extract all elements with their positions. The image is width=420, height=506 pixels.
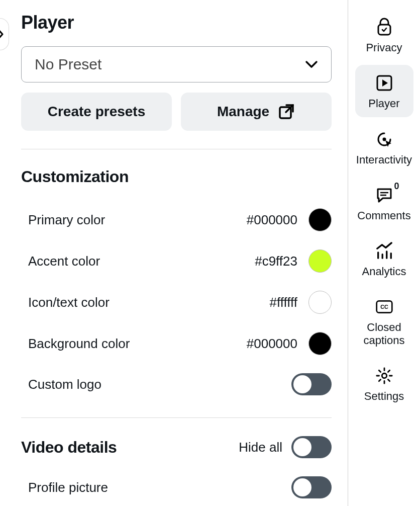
toggle-knob: [293, 375, 311, 393]
chevron-down-icon: [305, 60, 318, 68]
icontext-color-swatch[interactable]: [308, 291, 332, 314]
svg-line-19: [379, 370, 380, 372]
preset-select[interactable]: No Preset: [21, 46, 332, 82]
page-title: Player: [21, 12, 332, 33]
rail-label: Privacy: [366, 41, 402, 54]
play-box-icon: [375, 74, 393, 92]
divider: [21, 417, 332, 418]
custom-logo-label: Custom logo: [28, 377, 101, 392]
custom-logo-toggle[interactable]: [291, 373, 332, 395]
rail-item-comments[interactable]: 0 Comments: [351, 177, 417, 229]
video-details-header: Video details Hide all: [21, 436, 332, 458]
create-presets-button[interactable]: Create presets: [21, 93, 172, 131]
primary-color-swatch[interactable]: [308, 208, 332, 231]
cursor-target-icon: [375, 130, 393, 148]
hide-all-label: Hide all: [239, 440, 282, 455]
toggle-knob: [293, 478, 311, 496]
hide-all-toggle[interactable]: [291, 436, 332, 458]
primary-color-hex: #000000: [247, 212, 297, 228]
hide-all-group: Hide all: [239, 436, 332, 458]
rail-label: Interactivity: [356, 153, 412, 166]
icontext-color-label: Icon/text color: [28, 295, 110, 310]
rail-label: Comments: [357, 209, 410, 222]
rail-item-settings[interactable]: Settings: [355, 358, 413, 409]
primary-color-row: Primary color #000000: [21, 199, 332, 240]
svg-line-20: [388, 379, 389, 381]
accent-color-label: Accent color: [28, 254, 100, 269]
profile-picture-label: Profile picture: [28, 480, 108, 495]
accent-color-row: Accent color #c9ff23: [21, 240, 332, 282]
manage-presets-button[interactable]: Manage: [181, 93, 332, 131]
accent-color-hex: #c9ff23: [255, 254, 297, 269]
preset-button-row: Create presets Manage: [21, 93, 332, 131]
svg-line-22: [388, 370, 389, 372]
comment-icon: 0: [375, 186, 393, 204]
comments-count-badge: 0: [394, 181, 399, 192]
lock-icon: [375, 18, 393, 36]
rail-label: Closed captions: [357, 321, 411, 347]
panel-expand-button[interactable]: [0, 18, 9, 50]
create-presets-label: Create presets: [48, 104, 146, 120]
chevron-right-icon: [0, 29, 4, 40]
icontext-color-hex: #ffffff: [270, 295, 297, 310]
rail-label: Player: [368, 97, 399, 110]
background-color-label: Background color: [28, 336, 130, 352]
preset-selected-label: No Preset: [35, 56, 101, 73]
rail-label: Analytics: [362, 265, 406, 278]
rail-item-analytics[interactable]: Analytics: [355, 233, 413, 285]
rail-item-interactivity[interactable]: Interactivity: [351, 121, 417, 173]
primary-color-label: Primary color: [28, 212, 105, 228]
rail-item-privacy[interactable]: Privacy: [355, 9, 413, 61]
svg-line-21: [379, 379, 380, 381]
profile-picture-toggle[interactable]: [291, 476, 332, 498]
background-color-hex: #000000: [247, 336, 297, 352]
divider: [21, 149, 332, 149]
analytics-icon: [375, 242, 393, 260]
svg-marker-4: [382, 79, 388, 87]
custom-logo-row: Custom logo: [21, 364, 332, 404]
svg-line-1: [286, 105, 293, 112]
background-color-row: Background color #000000: [21, 323, 332, 364]
accent-color-swatch[interactable]: [308, 249, 332, 273]
icontext-color-row: Icon/text color #ffffff: [21, 282, 332, 323]
gear-icon: [375, 367, 393, 385]
svg-point-14: [382, 373, 386, 378]
svg-text:CC: CC: [380, 304, 388, 310]
rail-label: Settings: [364, 390, 404, 402]
profile-picture-row: Profile picture: [21, 467, 332, 506]
toggle-knob: [293, 438, 311, 456]
rail-item-player[interactable]: Player: [355, 65, 413, 117]
rail-item-closed-captions[interactable]: CC Closed captions: [355, 289, 413, 354]
manage-presets-label: Manage: [217, 104, 269, 120]
video-details-title: Video details: [21, 438, 117, 457]
right-rail: Privacy Player Interactivity: [348, 0, 420, 506]
main-panel: Player No Preset Create presets Manage C…: [0, 0, 348, 506]
customization-title: Customization: [21, 167, 332, 186]
background-color-swatch[interactable]: [308, 332, 332, 355]
external-link-icon: [277, 103, 295, 121]
cc-icon: CC: [375, 298, 393, 316]
